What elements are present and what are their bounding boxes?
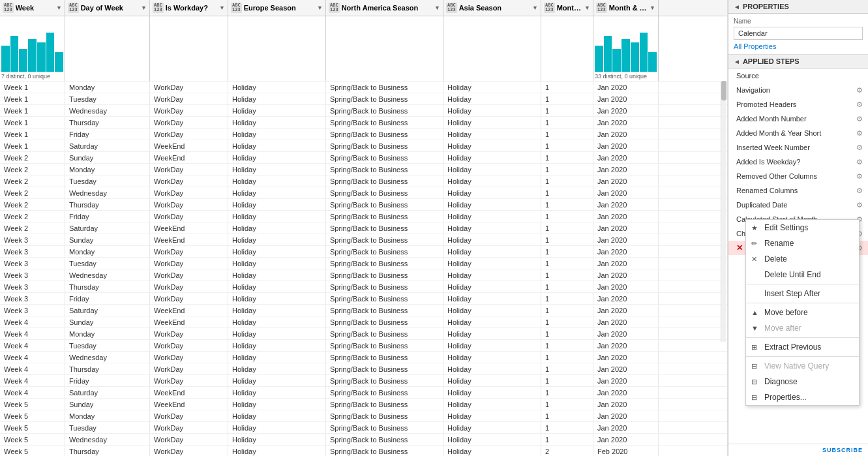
context-menu-item-5[interactable]: ▲Move before	[746, 305, 859, 320]
table-body[interactable]: Week 1MondayWorkDayHolidaySpring/Back to…	[0, 82, 727, 456]
step-gear-icon-1[interactable]: ⚙	[856, 86, 863, 95]
step-item-0[interactable]: Source	[728, 68, 868, 83]
col-filter-icon-1[interactable]: ▼	[141, 5, 147, 11]
table-row[interactable]: Week 2MondayWorkDayHolidaySpring/Back to…	[0, 164, 727, 175]
step-item-8[interactable]: Renamed Columns⚙	[728, 183, 868, 198]
col-filter-icon-3[interactable]: ▼	[317, 5, 323, 11]
table-row[interactable]: Week 1MondayWorkDayHolidaySpring/Back to…	[0, 82, 727, 93]
step-label-9: Duplicated Date	[736, 201, 856, 209]
table-row[interactable]: Week 3ThursdayWorkDayHolidaySpring/Back …	[0, 281, 727, 293]
context-menu-item-0[interactable]: ★Edit Settings	[746, 220, 859, 236]
table-row[interactable]: Week 1FridayWorkDayHolidaySpring/Back to…	[0, 129, 727, 140]
table-row[interactable]: Week 2ThursdayWorkDayHolidaySpring/Back …	[0, 199, 727, 211]
all-properties-link[interactable]: All Properties	[734, 42, 863, 50]
table-row[interactable]: Week 3WednesdayWorkDayHolidaySpring/Back…	[0, 269, 727, 281]
cell-13-3: Holiday	[228, 234, 326, 245]
table-row[interactable]: Week 2SaturdayWeekEndHolidaySpring/Back …	[0, 222, 727, 234]
cell-23-2: WorkDay	[150, 352, 228, 363]
scrollbar-track[interactable]	[721, 81, 726, 342]
table-row[interactable]: Week 4MondayWorkDayHolidaySpring/Back to…	[0, 328, 727, 340]
table-row[interactable]: Week 3FridayWorkDayHolidaySpring/Back to…	[0, 293, 727, 305]
step-gear-icon-8[interactable]: ⚙	[856, 187, 863, 195]
table-row[interactable]: Week 5TuesdayWorkDayHolidaySpring/Back t…	[0, 422, 727, 434]
col-header-5[interactable]: ABC 123Asia Season▼	[443, 0, 541, 16]
table-row[interactable]: Week 5ThursdayWorkDayHolidaySpring/Back …	[0, 446, 727, 456]
cell-16-1: Wednesday	[65, 269, 150, 281]
table-row[interactable]: Week 4FridayWorkDayHolidaySpring/Back to…	[0, 375, 727, 387]
scrollbar-thumb[interactable]	[721, 81, 726, 100]
step-gear-icon-2[interactable]: ⚙	[856, 100, 863, 109]
cell-26-7: Jan 2020	[593, 387, 659, 398]
step-gear-icon-3[interactable]: ⚙	[856, 115, 863, 123]
step-item-3[interactable]: Added Month Number⚙	[728, 112, 868, 126]
cell-30-2: WorkDay	[150, 434, 228, 445]
step-item-2[interactable]: Promoted Headers⚙	[728, 97, 868, 112]
table-row[interactable]: Week 5MondayWorkDayHolidaySpring/Back to…	[0, 410, 727, 422]
cell-6-0: Week 2	[0, 152, 65, 163]
step-item-4[interactable]: Added Month & Year Short⚙	[728, 126, 868, 140]
menu-icon-0: ★	[751, 224, 758, 232]
step-gear-icon-4[interactable]: ⚙	[856, 129, 863, 138]
cell-4-2: WorkDay	[150, 129, 228, 140]
step-item-9[interactable]: Duplicated Date⚙	[728, 198, 868, 212]
table-row[interactable]: Week 4SaturdayWeekEndHolidaySpring/Back …	[0, 387, 727, 399]
table-row[interactable]: Week 5SundayWeekEndHolidaySpring/Back to…	[0, 399, 727, 410]
cell-4-3: Holiday	[228, 129, 326, 140]
cell-11-1: Friday	[65, 211, 150, 222]
col-filter-icon-5[interactable]: ▼	[532, 5, 538, 11]
context-menu-item-10[interactable]: ⊟Properties...	[746, 389, 859, 405]
col-header-4[interactable]: ABC 123North America Season▼	[326, 0, 443, 16]
col-filter-icon-2[interactable]: ▼	[219, 5, 225, 11]
col-filter-icon-4[interactable]: ▼	[434, 5, 440, 11]
col-header-6[interactable]: ABC 123Month Number▼	[541, 0, 593, 16]
step-item-1[interactable]: Navigation⚙	[728, 83, 868, 97]
step-item-7[interactable]: Removed Other Columns⚙	[728, 169, 868, 183]
table-row[interactable]: Week 4TuesdayWorkDayHolidaySpring/Back t…	[0, 340, 727, 352]
table-row[interactable]: Week 1WednesdayWorkDayHolidaySpring/Back…	[0, 105, 727, 117]
table-row[interactable]: Week 2TuesdayWorkDayHolidaySpring/Back t…	[0, 175, 727, 187]
step-gear-icon-5[interactable]: ⚙	[856, 144, 863, 152]
step-gear-icon-9[interactable]: ⚙	[856, 201, 863, 209]
context-menu-item-1[interactable]: ✏Rename	[746, 236, 859, 251]
table-row[interactable]: Week 3TuesdayWorkDayHolidaySpring/Back t…	[0, 258, 727, 269]
context-menu-item-9[interactable]: ⊟Diagnose	[746, 374, 859, 389]
step-item-6[interactable]: Added Is Weekday?⚙	[728, 155, 868, 169]
profile-bar-0-3	[28, 39, 37, 72]
context-menu-item-2[interactable]: ✕Delete	[746, 251, 859, 267]
steps-collapse-icon[interactable]: ◄	[734, 58, 740, 65]
table-row[interactable]: Week 4SundayWeekEndHolidaySpring/Back to…	[0, 316, 727, 328]
properties-collapse-icon[interactable]: ◄	[734, 3, 740, 10]
cell-7-5: Holiday	[443, 164, 541, 175]
table-row[interactable]: Week 4ThursdayWorkDayHolidaySpring/Back …	[0, 363, 727, 375]
table-row[interactable]: Week 2SundayWeekEndHolidaySpring/Back to…	[0, 152, 727, 164]
step-gear-icon-6[interactable]: ⚙	[856, 158, 863, 166]
col-header-2[interactable]: ABC 123Is Workday?▼	[150, 0, 228, 16]
col-filter-icon-6[interactable]: ▼	[584, 5, 590, 11]
menu-icon-7: ⊞	[751, 343, 757, 352]
col-filter-icon-0[interactable]: ▼	[56, 5, 62, 11]
col-filter-icon-7[interactable]: ▼	[650, 5, 655, 11]
step-gear-icon-7[interactable]: ⚙	[856, 172, 863, 181]
col-header-0[interactable]: ABC 123Week▼	[0, 0, 65, 16]
table-row[interactable]: Week 3MondayWorkDayHolidaySpring/Back to…	[0, 246, 727, 258]
col-header-3[interactable]: ABC 123Europe Season▼	[228, 0, 326, 16]
context-menu-item-3[interactable]: Delete Until End	[746, 267, 859, 282]
cell-27-6: 1	[541, 399, 593, 410]
context-menu-item-4[interactable]: Insert Step After	[746, 286, 859, 301]
step-item-5[interactable]: Inserted Week Number⚙	[728, 140, 868, 155]
table-row[interactable]: Week 3SaturdayWeekEndHolidaySpring/Back …	[0, 305, 727, 316]
table-row[interactable]: Week 1ThursdayWorkDayHolidaySpring/Back …	[0, 117, 727, 129]
col-header-7[interactable]: ABC 123Month & Year▼	[593, 0, 659, 16]
table-row[interactable]: Week 3SundayWeekEndHolidaySpring/Back to…	[0, 234, 727, 246]
cell-22-3: Holiday	[228, 340, 326, 351]
context-menu-item-7[interactable]: ⊞Extract Previous	[746, 339, 859, 355]
table-row[interactable]: Week 1SaturdayWeekEndHolidaySpring/Back …	[0, 140, 727, 152]
table-row[interactable]: Week 2WednesdayWorkDayHolidaySpring/Back…	[0, 187, 727, 199]
table-row[interactable]: Week 5WednesdayWorkDayHolidaySpring/Back…	[0, 434, 727, 446]
table-row[interactable]: Week 2FridayWorkDayHolidaySpring/Back to…	[0, 211, 727, 222]
cell-11-0: Week 2	[0, 211, 65, 222]
table-row[interactable]: Week 4WednesdayWorkDayHolidaySpring/Back…	[0, 352, 727, 363]
table-row[interactable]: Week 1TuesdayWorkDayHolidaySpring/Back t…	[0, 93, 727, 105]
cell-17-4: Spring/Back to Business	[326, 281, 443, 292]
col-header-1[interactable]: ABC 123Day of Week▼	[65, 0, 150, 16]
